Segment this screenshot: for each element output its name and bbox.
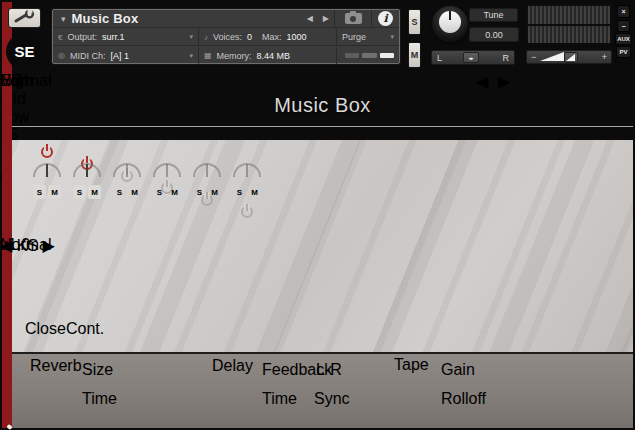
delay-time-label: Time	[262, 390, 297, 408]
camera-icon	[345, 13, 362, 24]
pan-right-label: R	[503, 51, 510, 64]
output-dropdown-icon: ▾	[189, 33, 193, 41]
mute-button[interactable]: M	[408, 42, 421, 68]
midi-dropdown-icon: ▾	[189, 52, 193, 60]
pan-left-label: L	[437, 51, 442, 64]
channel-solo-button[interactable]: S	[73, 185, 86, 199]
close-button[interactable]: ×	[617, 5, 630, 18]
purge-menu[interactable]: Purge ▾	[336, 29, 399, 45]
vol-handle-left-arrow-icon[interactable]: ◀	[476, 72, 488, 91]
volume-slider[interactable]: − +	[526, 50, 612, 64]
meter-segment	[362, 53, 376, 58]
delay-label: Delay	[212, 357, 253, 375]
output-select[interactable]: € Output: surr.1 ▾	[53, 29, 198, 45]
delay-lr-label: L-R	[316, 361, 342, 379]
channel-solo-button[interactable]: S	[233, 185, 246, 199]
level-meter-right	[528, 26, 610, 44]
mixer-panel	[12, 140, 633, 352]
tune-knob-pointer	[449, 11, 451, 20]
instrument-dropdown-icon[interactable]: ▾	[61, 14, 66, 24]
channel-pan-needle	[86, 164, 88, 177]
output-value: surr.1	[102, 32, 125, 42]
header-midi-row: ◎ MIDI Ch: [A] 1 ▾ ▦ Memory: 8.44 MB	[53, 47, 399, 64]
edit-wrench-button[interactable]	[8, 8, 41, 28]
title-divider	[12, 126, 633, 127]
eq-label: EQ	[0, 72, 23, 90]
tape-rolloff-label: Rolloff	[441, 390, 486, 408]
voices-label: Voices:	[213, 32, 242, 42]
pan-slider[interactable]: L R ◂▸	[431, 50, 515, 65]
channel-solo-button[interactable]: S	[113, 185, 126, 199]
channel-solo-button[interactable]: S	[153, 185, 166, 199]
channel-mute-button[interactable]: M	[88, 185, 101, 199]
channel-pan-needle	[206, 164, 208, 177]
kontakt-instrument-header: ▾ Music Box ◀ ▶ i € Output: surr.1 ▾ ♪ V…	[52, 9, 400, 64]
reverb-size-label: Size	[82, 361, 113, 379]
channel-pan-needle	[126, 164, 128, 177]
midi-label: MIDI Ch:	[70, 51, 106, 61]
info-icon: i	[378, 11, 393, 26]
instrument-name: Music Box	[72, 11, 139, 26]
purge-label: Purge	[342, 32, 366, 42]
header-title-row: ▾ Music Box ◀ ▶ i	[53, 10, 399, 28]
se-logo: SE	[6, 33, 43, 70]
output-icon: €	[58, 33, 62, 42]
pan-handle[interactable]: ◂▸	[463, 52, 479, 63]
solo-button[interactable]: S	[408, 9, 421, 35]
wrench-icon	[13, 9, 37, 27]
memory-status: ▦ Memory: 8.44 MB	[198, 47, 336, 64]
minimize-button[interactable]: −	[617, 20, 630, 32]
channel-pan-needle	[46, 164, 48, 177]
next-instrument-icon[interactable]: ▶	[318, 14, 334, 23]
channel-label: Close	[25, 320, 66, 338]
channel-pan-needle	[166, 164, 168, 177]
max-label: Max:	[262, 32, 282, 42]
reverb-label: Reverb	[30, 357, 82, 375]
channel-power-button[interactable]	[241, 206, 253, 218]
instrument-title: Music Box	[12, 94, 633, 117]
tune-value[interactable]: 0.00	[469, 27, 519, 42]
purge-dropdown-icon: ▾	[390, 33, 394, 41]
side-accent-stripe	[2, 2, 12, 428]
channel-power-button[interactable]	[41, 146, 53, 158]
volume-minus[interactable]: −	[531, 51, 536, 63]
channel-mute-button[interactable]: M	[168, 185, 181, 199]
version-label: v1.0	[0, 236, 30, 254]
tune-label: Tune	[469, 8, 518, 22]
channel-mute-button[interactable]: M	[48, 185, 61, 199]
voices-value: 0	[247, 32, 252, 42]
memory-label: Memory:	[217, 51, 252, 61]
channel-solo-button[interactable]: S	[33, 185, 46, 199]
channel-mute-button[interactable]: M	[248, 185, 261, 199]
midi-icon: ◎	[58, 51, 65, 60]
channel-solo-button[interactable]: S	[193, 185, 206, 199]
prev-instrument-icon[interactable]: ◀	[302, 14, 318, 23]
aux-button[interactable]: AUX	[615, 33, 632, 45]
snapshot-camera-button[interactable]	[334, 10, 371, 27]
volume-plus[interactable]: +	[602, 51, 607, 63]
tape-label: Tape	[394, 356, 429, 374]
purge-meter	[336, 47, 399, 64]
voices-icon: ♪	[204, 33, 208, 42]
info-button[interactable]: i	[371, 10, 399, 27]
level-meter-left	[528, 6, 610, 24]
memory-icon: ▦	[204, 51, 212, 60]
voices-status: ♪ Voices: 0 Max: 1000	[198, 29, 336, 45]
vol-handle-right-arrow-icon[interactable]: ▶	[498, 72, 510, 91]
meter-segment	[345, 53, 359, 58]
memory-value: 8.44 MB	[257, 51, 291, 61]
pv-button[interactable]: PV	[616, 46, 631, 58]
midi-value: [A] 1	[111, 51, 130, 61]
output-level-meters	[526, 4, 612, 45]
tune-knob[interactable]	[432, 6, 468, 42]
reverb-time-label: Time	[82, 390, 117, 408]
music-box-instrument-window: Music Box SE ▾ Music Box ◀ ▶ i	[0, 0, 635, 430]
output-label: Output:	[67, 32, 97, 42]
midi-channel-select[interactable]: ◎ MIDI Ch: [A] 1 ▾	[53, 47, 198, 64]
channel-label: Cont.	[66, 320, 104, 338]
tape-gain-label: Gain	[441, 361, 475, 379]
channel-mute-button[interactable]: M	[128, 185, 141, 199]
volume-handle[interactable]	[564, 52, 578, 63]
max-value: 1000	[287, 32, 307, 42]
channel-mute-button[interactable]: M	[208, 185, 221, 199]
